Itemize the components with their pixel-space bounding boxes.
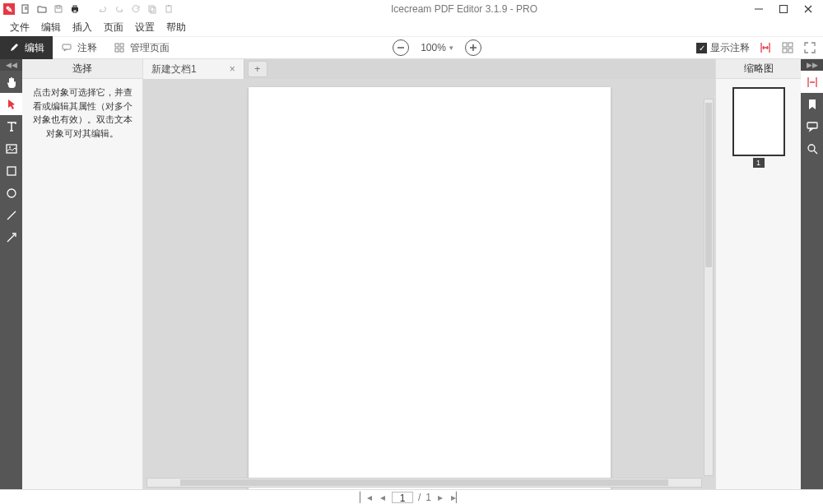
arrow-tool[interactable] <box>0 226 22 248</box>
chevron-down-icon: ▾ <box>449 44 453 52</box>
left-tool-rail: ◀◀ <box>0 59 22 489</box>
open-file-icon[interactable] <box>36 3 48 15</box>
document-tab[interactable]: 新建文档1 × <box>143 59 244 79</box>
svg-rect-7 <box>166 6 171 12</box>
right-panel-title: 缩略图 <box>716 59 801 79</box>
next-page-button[interactable]: ▸ <box>436 492 444 503</box>
thumbnail-number: 1 <box>753 158 765 168</box>
last-page-button[interactable]: ▸▏ <box>449 492 465 503</box>
comment-icon <box>61 42 72 53</box>
right-tool-rail: ▶▶ <box>801 59 823 489</box>
new-file-icon[interactable] <box>20 3 31 15</box>
print-icon[interactable] <box>69 3 81 15</box>
svg-rect-13 <box>120 44 123 47</box>
svg-rect-14 <box>115 49 119 52</box>
svg-rect-23 <box>7 145 16 153</box>
menu-help[interactable]: 帮助 <box>161 19 191 36</box>
svg-rect-19 <box>783 43 787 47</box>
left-panel-title: 选择 <box>22 59 142 79</box>
left-collapse-button[interactable]: ◀◀ <box>0 59 22 71</box>
left-panel-description: 点击对象可选择它，并查看或编辑其属性（对多个对象也有效）。双击文本对象可对其编辑… <box>22 79 142 146</box>
save-icon[interactable] <box>53 3 64 15</box>
fit-width-icon[interactable] <box>758 41 772 55</box>
menu-insert[interactable]: 插入 <box>67 19 97 36</box>
svg-rect-6 <box>151 7 156 13</box>
svg-rect-15 <box>120 49 123 52</box>
mode-edit-button[interactable]: 编辑 <box>0 36 53 59</box>
zoom-in-button[interactable] <box>465 39 481 56</box>
canvas-viewport[interactable] <box>143 79 715 489</box>
svg-point-30 <box>808 145 815 151</box>
svg-point-26 <box>7 189 16 197</box>
show-annotations-toggle[interactable]: ✓ 显示注释 <box>696 41 750 55</box>
status-bar: ▏◂ ◂ 1 / 1 ▸ ▸▏ <box>0 489 823 504</box>
copy-icon[interactable] <box>146 3 158 15</box>
right-panel: 缩略图 1 <box>715 59 801 489</box>
zoom-out-button[interactable] <box>393 39 409 56</box>
mode-edit-label: 编辑 <box>25 41 44 55</box>
window-title: Icecream PDF Editor 3.1.9 - PRO <box>174 3 754 15</box>
fullscreen-icon[interactable] <box>802 41 816 55</box>
svg-line-28 <box>7 234 15 242</box>
grid-view-icon[interactable] <box>780 41 794 55</box>
tab-close-icon[interactable]: × <box>230 63 235 75</box>
svg-rect-11 <box>63 44 71 49</box>
thumbnail-preview <box>732 87 785 156</box>
svg-rect-29 <box>807 123 817 128</box>
document-area: 新建文档1 × + <box>143 59 715 489</box>
hand-tool[interactable] <box>0 71 22 93</box>
pencil-icon <box>8 42 20 53</box>
svg-line-27 <box>7 211 16 220</box>
right-collapse-button[interactable]: ▶▶ <box>801 59 823 71</box>
rectangle-tool[interactable] <box>0 160 22 182</box>
svg-rect-4 <box>73 10 77 12</box>
svg-rect-25 <box>7 167 16 175</box>
vertical-scrollbar[interactable] <box>704 99 714 476</box>
refresh-icon[interactable] <box>130 3 142 15</box>
svg-rect-22 <box>788 49 793 53</box>
new-tab-button[interactable]: + <box>248 61 267 77</box>
zoom-select[interactable]: 100% ▾ <box>417 42 457 53</box>
first-page-button[interactable]: ▏◂ <box>358 492 374 503</box>
mode-toolbar: 编辑 注释 管理页面 100% ▾ ✓ 显示注释 <box>0 36 823 59</box>
svg-rect-1 <box>57 6 60 8</box>
grid-icon <box>114 42 125 53</box>
menu-file[interactable]: 文件 <box>5 19 35 36</box>
bookmarks-tab[interactable] <box>801 93 823 115</box>
menu-page[interactable]: 页面 <box>99 19 128 36</box>
svg-rect-8 <box>168 5 170 7</box>
close-button[interactable] <box>803 4 813 14</box>
menu-settings[interactable]: 设置 <box>130 19 160 36</box>
text-tool[interactable] <box>0 115 22 137</box>
svg-point-24 <box>9 146 11 148</box>
mode-manage-button[interactable]: 管理页面 <box>105 36 178 59</box>
line-tool[interactable] <box>0 204 22 226</box>
pdf-page[interactable] <box>249 87 611 489</box>
title-bar: ✎ Icecream PDF Editor 3.1.9 - PRO <box>0 0 823 18</box>
minimize-button[interactable] <box>754 4 764 14</box>
svg-rect-3 <box>73 6 77 7</box>
search-tab[interactable] <box>801 137 823 160</box>
redo-icon[interactable] <box>114 3 125 15</box>
mode-annotate-button[interactable]: 注释 <box>53 36 105 59</box>
menu-edit[interactable]: 编辑 <box>36 19 66 36</box>
show-annotations-label: 显示注释 <box>710 41 750 55</box>
maximize-button[interactable] <box>779 4 788 14</box>
horizontal-scrollbar[interactable] <box>146 478 702 488</box>
menu-bar: 文件 编辑 插入 页面 设置 帮助 <box>0 18 823 36</box>
thumbnails-tab[interactable] <box>801 71 823 93</box>
undo-icon[interactable] <box>97 3 109 15</box>
page-input[interactable]: 1 <box>392 492 413 503</box>
comments-tab[interactable] <box>801 115 823 137</box>
circle-tool[interactable] <box>0 182 22 204</box>
zoom-value: 100% <box>421 42 446 53</box>
image-tool[interactable] <box>0 137 22 160</box>
page-sep: / <box>418 492 421 503</box>
checkbox-checked-icon: ✓ <box>696 43 707 53</box>
app-logo: ✎ <box>3 3 15 15</box>
prev-page-button[interactable]: ◂ <box>379 492 387 503</box>
left-panel: 选择 点击对象可选择它，并查看或编辑其属性（对多个对象也有效）。双击文本对象可对… <box>22 59 143 489</box>
select-tool[interactable] <box>0 93 22 115</box>
paste-icon[interactable] <box>163 3 174 15</box>
page-thumbnail[interactable]: 1 <box>732 87 785 168</box>
